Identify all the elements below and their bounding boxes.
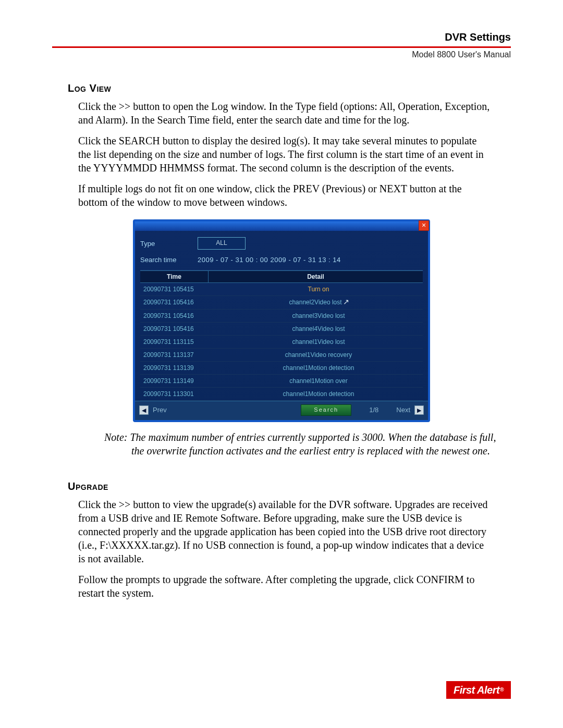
cell-detail: channel2Video lost [214, 296, 423, 309]
search-button[interactable]: Search [301, 404, 351, 416]
cell-detail: channel1Video recovery [214, 349, 423, 361]
note-text: The maximum number of entries currently … [130, 431, 496, 456]
cell-time: 20090731 113137 [140, 349, 214, 361]
type-label: Type [140, 240, 198, 248]
cell-time: 20090731 105416 [140, 310, 214, 322]
manual-subtitle: Model 8800 User's Manual [52, 50, 511, 59]
table-row[interactable]: 20090731 105416channel2Video lost [140, 296, 423, 310]
log-view-para-3: If multiple logs do not fit on one windo… [78, 182, 490, 209]
next-button[interactable]: Next [396, 406, 410, 414]
table-row[interactable]: 20090731 113149channel1Motion over [140, 375, 423, 388]
table-row[interactable]: 20090731 113301channel1Motion detection [140, 388, 423, 401]
dvr-titlebar: × [135, 221, 428, 231]
table-row[interactable]: 20090731 113137channel1Video recovery [140, 349, 423, 362]
log-view-heading: Log View [68, 82, 511, 94]
first-alert-logo: First Alert® [446, 681, 511, 699]
cell-time: 20090731 113149 [140, 375, 214, 387]
cell-detail: channel1Video lost [214, 336, 423, 348]
page-section-title: DVR Settings [52, 31, 511, 43]
cell-detail: channel3Video lost [214, 310, 423, 322]
close-icon[interactable]: × [419, 220, 429, 231]
cell-time: 20090731 105416 [140, 323, 214, 335]
page-indicator: 1/8 [356, 406, 392, 414]
log-view-para-2: Click the SEARCH button to display the d… [78, 134, 490, 175]
note-label: Note: [104, 431, 127, 443]
prev-button[interactable]: Prev [153, 406, 167, 414]
column-header-time: Time [140, 271, 209, 282]
registered-mark-icon: ® [500, 687, 504, 693]
cell-time: 20090731 113301 [140, 388, 214, 400]
table-row[interactable]: 20090731 105416channel4Video lost [140, 323, 423, 336]
cell-time: 20090731 105415 [140, 283, 214, 295]
cell-time: 20090731 113139 [140, 362, 214, 374]
search-time-value[interactable]: 2009 - 07 - 31 00 : 00 2009 - 07 - 31 13… [198, 256, 341, 264]
cell-time: 20090731 113115 [140, 336, 214, 348]
cell-detail: channel1Motion detection [214, 362, 423, 374]
type-select[interactable]: ALL [198, 237, 246, 250]
table-row[interactable]: 20090731 113139channel1Motion detection [140, 362, 423, 375]
cell-detail: channel4Video lost [214, 323, 423, 335]
header-rule [52, 46, 511, 48]
column-header-detail: Detail [209, 271, 423, 282]
prev-arrow-icon[interactable]: ◀ [139, 405, 149, 415]
note-block: Note: The maximum number of entries curr… [104, 430, 496, 458]
upgrade-para-1: Click the >> button to view the upgrade(… [78, 498, 490, 565]
next-arrow-icon[interactable]: ▶ [414, 405, 424, 415]
log-view-para-1: Click the >> button to open the Log wind… [78, 100, 490, 127]
cell-detail: channel1Motion detection [214, 388, 423, 400]
dvr-log-window: × Type ALL Search time 2009 - 07 - 31 00… [133, 219, 430, 422]
cell-time: 20090731 105416 [140, 296, 214, 309]
cell-detail: channel1Motion over [214, 375, 423, 387]
upgrade-para-2: Follow the prompts to upgrade the softwa… [78, 573, 490, 600]
upgrade-heading: Upgrade [68, 480, 511, 492]
logo-text: First Alert [454, 684, 499, 696]
search-time-label: Search time [140, 256, 198, 264]
table-row[interactable]: 20090731 113115channel1Video lost [140, 336, 423, 349]
cell-detail: Turn on [214, 283, 423, 295]
table-row[interactable]: 20090731 105415Turn on [140, 283, 423, 296]
mouse-cursor-icon [343, 299, 348, 306]
table-row[interactable]: 20090731 105416channel3Video lost [140, 310, 423, 323]
